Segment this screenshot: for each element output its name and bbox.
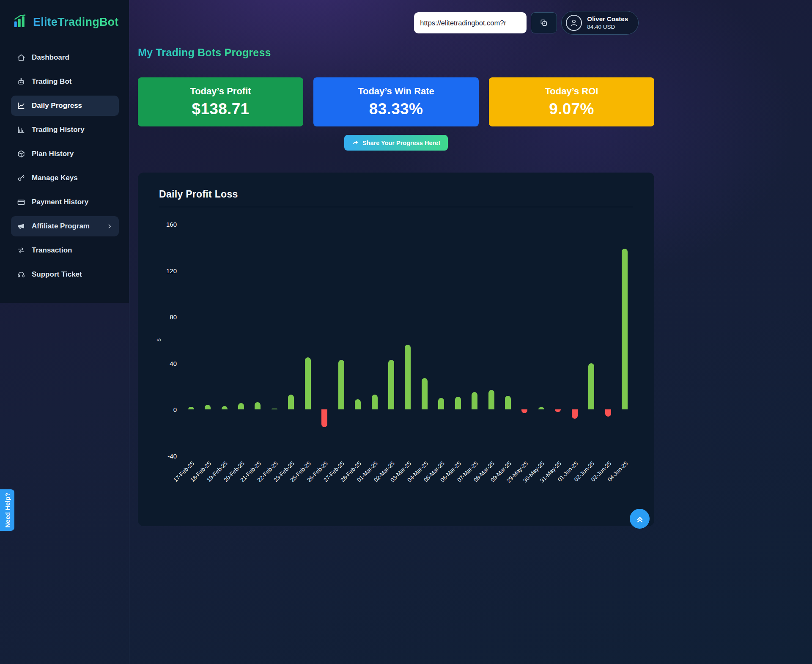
- sidebar-item-label: Trading Bot: [32, 77, 71, 86]
- bar-slot: [383, 224, 399, 456]
- x-tick-slot: 29-May-25: [516, 456, 533, 511]
- chart-bar-icon: [17, 126, 25, 134]
- sidebar-item-label: Plan History: [32, 150, 74, 158]
- y-tick-label: 160: [166, 221, 177, 228]
- user-menu[interactable]: Oliver Coates 84.40 USD: [561, 11, 639, 35]
- sidebar-item-daily-progress[interactable]: Daily Progress: [11, 96, 119, 116]
- user-balance: 84.40 USD: [587, 23, 628, 31]
- bar-06-Mar-25[interactable]: [455, 397, 461, 409]
- bar-03-Mar-25[interactable]: [405, 345, 411, 409]
- x-tick-slot: 20-Feb-25: [233, 456, 249, 511]
- bar-slot: [499, 224, 516, 456]
- bar-03-Jun-25[interactable]: [605, 409, 611, 416]
- bar-slot: [466, 224, 483, 456]
- sidebar-item-dashboard[interactable]: Dashboard: [11, 47, 119, 68]
- sidebar-item-trading-bot[interactable]: Trading Bot: [11, 71, 119, 92]
- bar-01-Jun-25[interactable]: [572, 409, 578, 419]
- bar-slot: [516, 224, 533, 456]
- bar-slot: [266, 224, 283, 456]
- x-tick-slot: 30-May-25: [533, 456, 549, 511]
- key-icon: [17, 174, 25, 182]
- bar-slot: [416, 224, 433, 456]
- sidebar-item-plan-history[interactable]: Plan History: [11, 144, 119, 164]
- stat-label: Today’s Profit: [190, 86, 251, 97]
- x-tick-slot: 25-Feb-25: [299, 456, 316, 511]
- bar-27-Feb-25[interactable]: [338, 360, 344, 410]
- bar-25-Feb-25[interactable]: [305, 357, 311, 409]
- x-tick-slot: 26-Feb-25: [316, 456, 333, 511]
- bar-31-May-25[interactable]: [555, 409, 561, 412]
- stats-row: Today’s Profit $138.71Today’s Win Rate 8…: [138, 77, 654, 126]
- scroll-to-top-button[interactable]: [630, 509, 650, 529]
- sidebar-item-label: Trading History: [32, 126, 85, 134]
- bar-02-Jun-25[interactable]: [588, 363, 594, 410]
- sidebar-item-affiliate-program[interactable]: Affiliate Program: [11, 216, 119, 236]
- x-tick-slot: 27-Feb-25: [333, 456, 349, 511]
- credit-card-icon: [17, 198, 25, 206]
- transfer-icon: [17, 246, 25, 255]
- referral-url-input[interactable]: [420, 19, 521, 27]
- share-progress-button[interactable]: Share Your Progress Here!: [344, 135, 448, 151]
- chart-grid: $ -4004080120160 17-Feb-2518-Feb-2519-Fe…: [159, 224, 633, 511]
- x-tick-slot: 01-Mar-25: [366, 456, 383, 511]
- content: My Trading Bots Progress Today’s Profit …: [138, 0, 654, 526]
- bar-09-Mar-25[interactable]: [505, 396, 511, 410]
- y-tick-label: 80: [170, 313, 177, 321]
- sidebar: EliteTradingBot DashboardTrading BotDail…: [0, 0, 129, 303]
- bar-04-Mar-25[interactable]: [422, 378, 428, 409]
- sidebar-item-support-ticket[interactable]: Support Ticket: [11, 264, 119, 285]
- bar-19-Feb-25[interactable]: [222, 406, 228, 409]
- y-tick-label: -40: [167, 453, 177, 460]
- bar-20-Feb-25[interactable]: [238, 403, 244, 409]
- bar-26-Feb-25[interactable]: [321, 409, 327, 427]
- chevron-right-icon: [106, 223, 113, 230]
- chevrons-up-icon: [635, 514, 645, 524]
- bar-01-Mar-25[interactable]: [372, 395, 378, 410]
- sidebar-item-label: Dashboard: [32, 53, 69, 62]
- bar-05-Mar-25[interactable]: [438, 398, 444, 409]
- y-tick-label: 40: [170, 359, 177, 367]
- y-tick-label: 120: [166, 267, 177, 274]
- y-axis-label: $: [156, 338, 162, 341]
- bar-28-Feb-25[interactable]: [355, 399, 361, 410]
- bot-icon: [17, 77, 25, 86]
- bar-04-Jun-25[interactable]: [622, 249, 628, 409]
- chart-plot: [183, 224, 633, 456]
- brand-logo[interactable]: EliteTradingBot: [12, 14, 119, 30]
- share-row: Share Your Progress Here!: [138, 135, 654, 151]
- bar-slot: [600, 224, 616, 456]
- megaphone-icon: [17, 222, 25, 230]
- bar-17-Feb-25[interactable]: [188, 407, 194, 410]
- need-help-tab[interactable]: Need Help?: [0, 489, 14, 531]
- bar-29-May-25[interactable]: [521, 409, 527, 413]
- bar-slot: [550, 224, 566, 456]
- page-title: My Trading Bots Progress: [138, 47, 271, 59]
- sidebar-item-label: Payment History: [32, 198, 88, 206]
- bar-02-Mar-25[interactable]: [388, 360, 394, 410]
- bar-07-Mar-25[interactable]: [472, 392, 477, 409]
- bar-18-Feb-25[interactable]: [205, 405, 211, 409]
- bar-slot: [199, 224, 216, 456]
- bar-slot: [283, 224, 299, 456]
- bar-22-Feb-25[interactable]: [272, 409, 277, 410]
- sidebar-item-label: Manage Keys: [32, 174, 78, 182]
- sidebar-item-manage-keys[interactable]: Manage Keys: [11, 168, 119, 188]
- sidebar-item-transaction[interactable]: Transaction: [11, 240, 119, 261]
- sidebar-item-trading-history[interactable]: Trading History: [11, 120, 119, 140]
- avatar: [566, 15, 582, 31]
- stat-card-today-s-win-rate: Today’s Win Rate 83.33%: [313, 77, 479, 126]
- sidebar-menu: DashboardTrading BotDaily ProgressTradin…: [11, 47, 119, 285]
- brand-name: EliteTradingBot: [33, 16, 119, 29]
- bar-23-Feb-25[interactable]: [288, 395, 294, 410]
- bar-08-Mar-25[interactable]: [488, 390, 494, 410]
- sidebar-item-payment-history[interactable]: Payment History: [11, 192, 119, 212]
- bar-slot: [366, 224, 383, 456]
- bar-slot: [333, 224, 349, 456]
- x-tick-slot: 23-Feb-25: [283, 456, 299, 511]
- copy-url-button[interactable]: [531, 12, 557, 33]
- need-help-label: Need Help?: [4, 493, 11, 528]
- x-tick-slot: 28-Feb-25: [349, 456, 366, 511]
- bar-30-May-25[interactable]: [538, 407, 544, 409]
- daily-profit-loss-chart: Daily Profit Loss $ -4004080120160 17-Fe…: [138, 173, 654, 526]
- bar-21-Feb-25[interactable]: [255, 402, 261, 410]
